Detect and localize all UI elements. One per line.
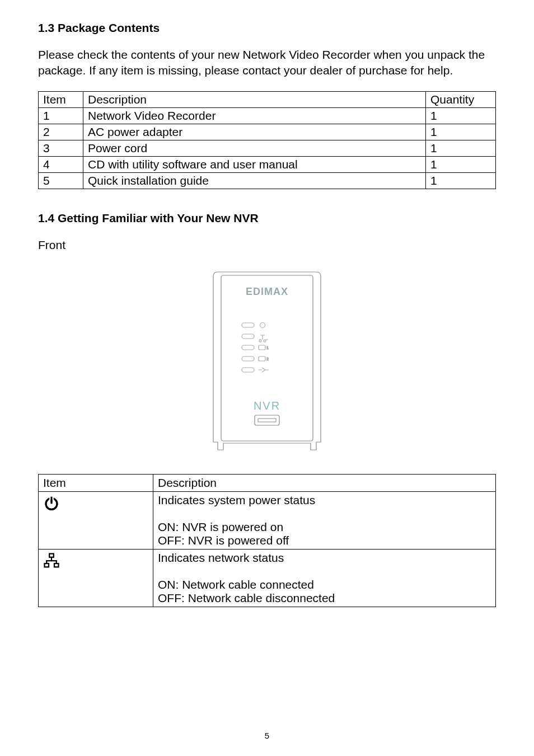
desc-line: OFF: NVR is powered off — [158, 534, 492, 547]
table-row: 4 CD with utility software and user manu… — [39, 156, 496, 172]
table-row: Indicates network status ON: Network cab… — [39, 550, 496, 607]
cell-description: CD with utility software and user manual — [83, 156, 426, 172]
desc-line: ON: NVR is powered on — [158, 520, 492, 534]
device-front-illustration: EDIMAX 1 2 NVR — [211, 270, 323, 454]
cell-item: 4 — [39, 156, 83, 172]
cell-item-icon — [39, 492, 153, 550]
spacer — [158, 565, 492, 578]
cell-item: 5 — [39, 172, 83, 189]
spacer — [158, 507, 492, 520]
cell-description: Power cord — [83, 140, 426, 156]
cell-item: 2 — [39, 124, 83, 140]
table-row: Indicates system power status ON: NVR is… — [39, 492, 496, 550]
cell-description: Indicates network status ON: Network cab… — [153, 550, 496, 607]
svg-text:2: 2 — [266, 357, 269, 361]
power-icon — [43, 495, 60, 511]
table-header-row: Item Description — [39, 475, 496, 492]
indicator-description-table: Item Description Indicates system power … — [38, 474, 496, 607]
svg-rect-17 — [49, 554, 54, 557]
cell-description: Network Video Recorder — [83, 107, 426, 124]
brand-text: EDIMAX — [246, 286, 288, 297]
cell-description: Quick installation guide — [83, 172, 426, 189]
header-item: Item — [39, 475, 153, 492]
cell-quantity: 1 — [426, 172, 496, 189]
svg-text:1: 1 — [266, 346, 269, 350]
cell-quantity: 1 — [426, 140, 496, 156]
cell-item-icon — [39, 550, 153, 607]
header-item: Item — [39, 91, 83, 107]
cell-quantity: 1 — [426, 156, 496, 172]
desc-line: OFF: Network cable disconnected — [158, 591, 492, 605]
header-quantity: Quantity — [426, 91, 496, 107]
svg-rect-19 — [54, 564, 59, 567]
desc-line: ON: Network cable connected — [158, 578, 492, 591]
cell-description: Indicates system power status ON: NVR is… — [153, 492, 496, 550]
cell-item: 3 — [39, 140, 83, 156]
cell-quantity: 1 — [426, 107, 496, 124]
desc-line: Indicates system power status — [158, 494, 492, 507]
table-row: 1 Network Video Recorder 1 — [39, 107, 496, 124]
package-contents-table: Item Description Quantity 1 Network Vide… — [38, 91, 496, 189]
header-description: Description — [83, 91, 426, 107]
cell-quantity: 1 — [426, 124, 496, 140]
desc-line: Indicates network status — [158, 551, 492, 565]
table-row: 3 Power cord 1 — [39, 140, 496, 156]
device-figure-container: EDIMAX 1 2 NVR — [38, 270, 496, 454]
page-number: 5 — [0, 731, 534, 740]
header-description: Description — [153, 475, 496, 492]
table-row: 2 AC power adapter 1 — [39, 124, 496, 140]
front-label: Front — [38, 237, 496, 253]
cell-description: AC power adapter — [83, 124, 426, 140]
section-heading-familiar: 1.4 Getting Familiar with Your New NVR — [38, 212, 496, 225]
cell-item: 1 — [39, 107, 83, 124]
table-row: 5 Quick installation guide 1 — [39, 172, 496, 189]
device-model-label: NVR — [254, 400, 280, 412]
package-intro-paragraph: Please check the contents of your new Ne… — [38, 47, 496, 79]
network-icon — [43, 552, 60, 569]
table-header-row: Item Description Quantity — [39, 91, 496, 107]
svg-rect-18 — [45, 564, 49, 567]
section-heading-package: 1.3 Package Contents — [38, 21, 496, 35]
